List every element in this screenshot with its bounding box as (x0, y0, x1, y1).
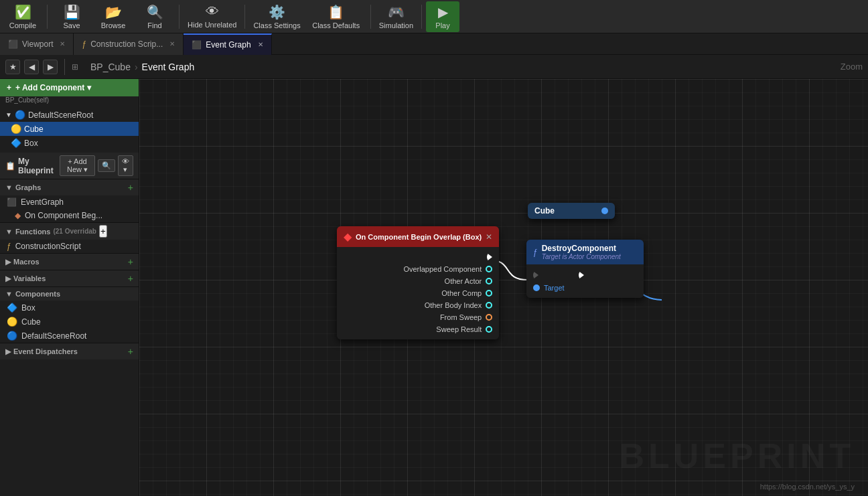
hide-unrelated-icon: 👁 (206, 4, 219, 19)
search-button[interactable]: 🔍 (98, 159, 115, 172)
construction-script-label: ConstructionScript (15, 242, 81, 251)
event-graph-close-icon[interactable]: ✕ (258, 41, 263, 48)
comp-defaultsceneroot-item[interactable]: 🔵 DefaultSceneRoot (0, 329, 139, 343)
breadcrumb-back-button[interactable]: ◀ (24, 60, 39, 74)
overlap-close-icon[interactable]: ✕ (486, 232, 492, 242)
class-defaults-button[interactable]: 📋 Class Defaults (306, 1, 366, 32)
compile-button[interactable]: ✅ Compile (3, 1, 43, 32)
viewport-close-icon[interactable]: ✕ (60, 40, 65, 48)
breadcrumb-home-button[interactable]: ★ (5, 60, 20, 74)
tab-construction-script[interactable]: ƒ Construction Scrip... ✕ (74, 33, 184, 55)
add-new-button[interactable]: + Add New ▾ (60, 155, 95, 176)
on-component-beg-label: On Component Beg... (25, 211, 102, 220)
main-layout: + + Add Component ▾ BP_Cube(self) ▼ 🔵 De… (0, 79, 868, 496)
comp-box-icon: 🔷 (7, 303, 17, 313)
variables-collapse-icon: ▶ (5, 274, 11, 283)
overlap-node[interactable]: ◆ On Component Begin Overlap (Box) ✕ Ove… (337, 226, 499, 339)
overlap-node-header: ◆ On Component Begin Overlap (Box) ✕ (337, 226, 499, 247)
tab-viewport[interactable]: ⬛ Viewport ✕ (0, 33, 74, 55)
class-settings-button[interactable]: ⚙️ Class Settings (249, 1, 304, 32)
zoom-label: Zoom (841, 62, 863, 72)
on-component-beg-item[interactable]: ◆ On Component Beg... (0, 209, 139, 222)
browse-button[interactable]: 📂 Browse (93, 1, 133, 32)
event-graph-item[interactable]: ⬛ EventGraph (0, 195, 139, 209)
browse-label: Browse (101, 21, 126, 29)
simulation-button[interactable]: 🎮 Simulation (375, 1, 417, 32)
tree-item-cube[interactable]: 🟡 Cube (0, 122, 139, 136)
add-graph-button[interactable]: + (128, 182, 133, 193)
event-graph-icon: ⬛ (192, 40, 202, 50)
graphs-label: Graphs (15, 183, 42, 191)
find-button[interactable]: 🔍 Find (135, 1, 175, 32)
graph-canvas[interactable]: ◆ On Component Begin Overlap (Box) ✕ Ove… (139, 79, 868, 496)
compile-icon: ✅ (15, 4, 31, 20)
tree-item-label: DefaultSceneRoot (28, 110, 93, 120)
event-dispatchers-collapse-icon: ▶ (5, 347, 11, 356)
tree-item-defaultsceneroot[interactable]: ▼ 🔵 DefaultSceneRoot (0, 108, 139, 122)
grid-icon: ⊞ (72, 62, 78, 72)
add-component-button[interactable]: + + Add Component ▾ (0, 79, 139, 96)
components-collapse-icon: ▼ (5, 290, 13, 298)
functions-label: Functions (15, 228, 51, 236)
self-label-text: BP_Cube(self) (5, 96, 49, 104)
simulation-label: Simulation (379, 21, 413, 29)
breadcrumb-graph-name: Event Graph (142, 62, 195, 72)
save-button[interactable]: 💾 Save (52, 1, 92, 32)
breadcrumb-forward-button[interactable]: ▶ (43, 60, 58, 74)
cube-ref-header: Cube (528, 203, 615, 219)
construction-script-item[interactable]: ƒ ConstructionScript (0, 240, 139, 253)
comp-box-label: Box (21, 303, 35, 313)
scene-root-icon: 🔵 (15, 110, 25, 120)
comp-box-item[interactable]: 🔷 Box (0, 301, 139, 315)
class-defaults-icon: 📋 (328, 4, 344, 20)
tree-collapse-icon: ▼ (5, 111, 12, 118)
event-dispatchers-section[interactable]: ▶ Event Dispatchers + (0, 343, 139, 359)
comp-cube-label: Cube (21, 317, 41, 327)
tree-item-box[interactable]: 🔷 Box (0, 136, 139, 150)
cube-ref-node[interactable]: Cube (528, 203, 615, 219)
components-section[interactable]: ▼ Components (0, 286, 139, 301)
event-dispatchers-label: Event Dispatchers (13, 347, 78, 355)
cube-ref-title: Cube (534, 206, 555, 216)
pin-other-body-index: Other Body Index (337, 299, 499, 311)
blueprint-watermark: BLUEPRINT (619, 436, 855, 476)
add-function-button[interactable]: + (99, 225, 107, 238)
construction-script-icon: ƒ (7, 242, 11, 251)
variables-section[interactable]: ▶ Variables + (0, 270, 139, 286)
tab-bar: ⬛ Viewport ✕ ƒ Construction Scrip... ✕ ⬛… (0, 33, 868, 55)
play-button[interactable]: ▶ Play (426, 1, 459, 32)
functions-section[interactable]: ▼ Functions (21 Overridab + (0, 222, 139, 240)
add-variable-button[interactable]: + (128, 273, 133, 284)
add-new-chevron: ▾ (84, 165, 88, 173)
divider4 (370, 5, 371, 29)
save-icon: 💾 (64, 4, 80, 20)
construction-close-icon[interactable]: ✕ (169, 40, 175, 48)
simulation-icon: 🎮 (388, 4, 405, 20)
construction-icon: ƒ (82, 39, 86, 49)
add-dispatcher-button[interactable]: + (128, 346, 133, 357)
my-blueprint-header: 📋 My Blueprint + Add New ▾ 🔍 👁▾ (0, 153, 139, 179)
macros-section[interactable]: ▶ Macros + (0, 253, 139, 270)
pin-target: Target (526, 282, 644, 294)
from-sweep-pin (486, 314, 492, 321)
graphs-section[interactable]: ▼ Graphs + (0, 179, 139, 195)
eye-button[interactable]: 👁▾ (118, 155, 133, 176)
other-comp-label: Other Comp (441, 289, 482, 297)
from-sweep-label: From Sweep (440, 313, 482, 321)
destroy-exec-out-pin (579, 271, 584, 279)
comp-cube-item[interactable]: 🟡 Cube (0, 315, 139, 329)
add-macro-button[interactable]: + (128, 256, 133, 267)
compile-label: Compile (9, 21, 36, 29)
destroy-header: ƒ DestroyComponent Target is Actor Compo… (526, 240, 644, 264)
destroy-node[interactable]: ƒ DestroyComponent Target is Actor Compo… (526, 240, 644, 298)
tab-event-graph[interactable]: ⬛ Event Graph ✕ (184, 33, 271, 55)
pin-from-sweep: From Sweep (337, 311, 499, 323)
connections-svg (139, 79, 868, 496)
breadcrumb-separator: › (135, 62, 138, 72)
sweep-result-pin (486, 326, 492, 333)
breadcrumb-bp-name[interactable]: BP_Cube (90, 62, 131, 72)
graphs-collapse-icon: ▼ (5, 183, 13, 191)
comp-defaultsceneroot-label: DefaultSceneRoot (21, 331, 86, 341)
hide-unrelated-button[interactable]: 👁 Hide Unrelated (184, 1, 240, 32)
other-body-index-label: Other Body Index (425, 301, 482, 309)
